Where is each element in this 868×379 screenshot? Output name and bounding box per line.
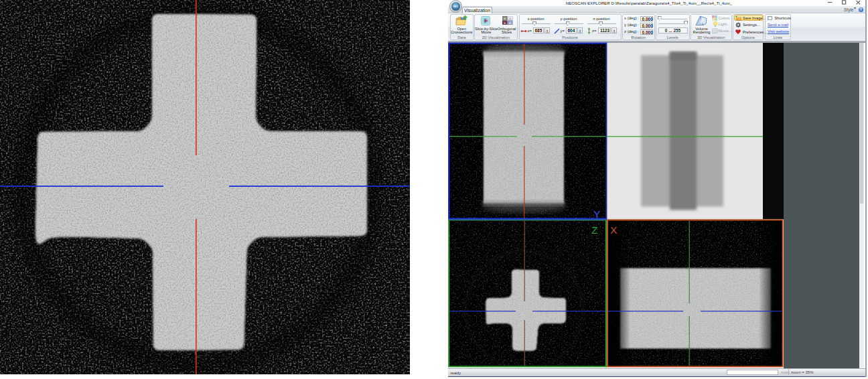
svg-text:Y: Y xyxy=(593,208,600,220)
svg-text:Z: Z xyxy=(591,224,597,236)
svg-text:X: X xyxy=(610,224,618,236)
